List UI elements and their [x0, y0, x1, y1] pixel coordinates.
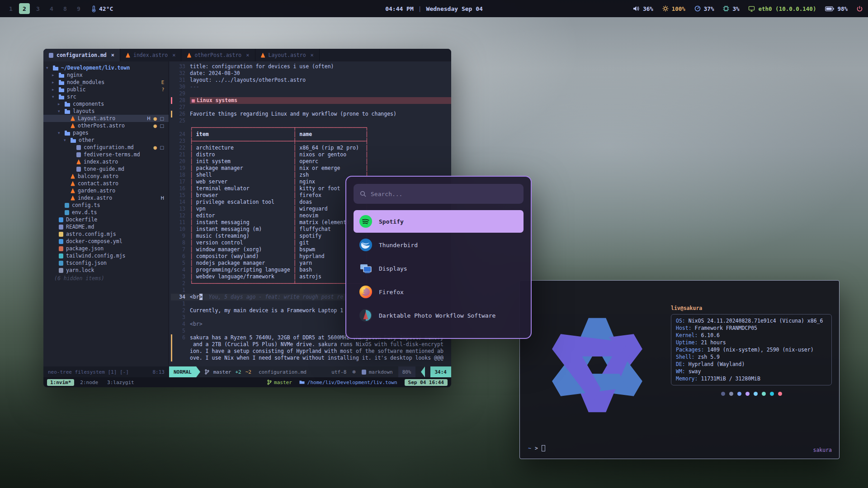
tree-item-node_modules[interactable]: ▸node_modulesE [43, 79, 169, 86]
buffer-line[interactable]: 25 [171, 117, 451, 124]
tab-close-icon[interactable]: × [111, 52, 114, 58]
tree-item-docker-compose.yml[interactable]: docker-compose.yml [43, 238, 169, 245]
network-icon [748, 6, 755, 12]
module-power[interactable] [857, 6, 863, 12]
tree-item-fediverse-terms.md[interactable]: fediverse-terms.md [43, 151, 169, 158]
folder-file-icon [59, 96, 64, 99]
yml-file-icon [59, 239, 63, 244]
tree-item-configuration.md[interactable]: configuration.md●□ [43, 144, 169, 151]
launcher-item-Displays[interactable]: Displays [354, 257, 524, 280]
tab-close-icon[interactable]: × [311, 52, 314, 58]
buffer-line[interactable]: 22│ architecture │ x86_64 (rip m2 pro) │ [171, 145, 451, 151]
buffer-line[interactable]: 32date: 2024-08-30 [171, 70, 451, 77]
tree-item-yarn.lock[interactable]: yarn.lock [43, 267, 169, 274]
buffer-line[interactable]: 24│ item │ name │ [171, 131, 451, 138]
module-network[interactable]: eth0 (10.0.0.140) [748, 5, 816, 12]
launcher-item-Thunderbird[interactable]: Thunderbird [354, 234, 524, 256]
buffer-line[interactable]: 30--- [171, 84, 451, 90]
workspace-button-2[interactable]: 2 [19, 3, 30, 14]
tree-item-pages[interactable]: ▾pages [43, 129, 169, 136]
tree-item-otherPost.astro[interactable]: otherPost.astro●□ [43, 122, 169, 129]
buffer-line[interactable]: 26Favorite things regarding Linux and my… [171, 111, 451, 117]
module-battery[interactable]: 98% [825, 5, 848, 12]
clock-date: Wednesday Sep 04 [426, 5, 483, 12]
tree-item-components[interactable]: ▸components [43, 100, 169, 108]
tab-index.astro[interactable]: index.astro× [120, 49, 181, 61]
workspace-button-3[interactable]: 3 [33, 3, 43, 14]
tab-otherPost.astro[interactable]: otherPost.astro× [181, 49, 255, 61]
launcher-item-Darktable Photo Workflow Software[interactable]: Darktable Photo Workflow Software [354, 304, 524, 327]
tmux-window-3:lazygit[interactable]: 3:lazygit [104, 379, 137, 386]
fastfetch-label: Memory: [676, 375, 698, 382]
launcher-search-input[interactable]: Search... [354, 184, 524, 204]
tree-marker: □ [160, 123, 164, 128]
tree-item-nginx[interactable]: ▸nginx [43, 71, 169, 79]
workspace-button-9[interactable]: 9 [73, 3, 84, 14]
shell-prompt[interactable]: ~ > [528, 445, 545, 451]
tree-item-README.md[interactable]: README.md [43, 223, 169, 230]
fastfetch-info-box: OS: NixOS 24.11.20240828.71e91c4 (Vicuna… [671, 314, 832, 385]
tmux-window-2:node[interactable]: 2:node [77, 379, 101, 386]
tree-item-src[interactable]: ▾src [43, 93, 169, 100]
line-number: 1 [174, 300, 190, 307]
tab-close-icon[interactable]: × [246, 52, 249, 58]
tree-item-tone-guide.md[interactable]: tone-guide.md [43, 165, 169, 173]
tree-item-astro.config.mjs[interactable]: astro.config.mjs [43, 230, 169, 238]
module-cpu[interactable]: 37% [694, 5, 714, 12]
tab-configuration.md[interactable]: configuration.md× [43, 49, 120, 61]
scroll-percent: 80% [398, 366, 415, 377]
tree-item-tsconfig.json[interactable]: tsconfig.json [43, 259, 169, 267]
git-blame-annotation: You, 5 days ago - feat: write rough post… [203, 294, 344, 300]
module-brightness[interactable]: 100% [662, 5, 685, 12]
tree-item-Dockerfile[interactable]: Dockerfile [43, 216, 169, 223]
workspace-button-8[interactable]: 8 [60, 3, 71, 14]
tree-item-layouts[interactable]: ▾layouts [43, 108, 169, 115]
tree-item-env.d.ts[interactable]: env.d.ts [43, 209, 169, 216]
buffer-line[interactable]: 23├────────────────────────────────┼────… [171, 138, 451, 145]
buffer-line[interactable]: 28▦Linux systems [171, 97, 451, 104]
workspace-button-1[interactable]: 1 [5, 3, 16, 14]
module-memory[interactable]: 3% [723, 5, 739, 12]
tree-item-package.json[interactable]: package.json [43, 245, 169, 252]
tree-item-garden.astro[interactable]: garden.astro [43, 187, 169, 194]
table-cell-item: item [193, 131, 293, 137]
tree-item-tailwind.config.mjs[interactable]: tailwind.config.mjs [43, 252, 169, 259]
tmux-window-1:nvim*[interactable]: 1:nvim* [47, 379, 74, 386]
buffer-line[interactable]: ove. I use Nix when I need software with… [171, 355, 451, 361]
buffer-line[interactable]: 19│ package manager │ nix or emerge │ [171, 165, 451, 172]
tree-item-Layout.astro[interactable]: Layout.astroH●□ [43, 115, 169, 122]
buffer-line[interactable]: ┌────────────────────────────────┬──────… [171, 124, 451, 131]
tree-item-label: astro.config.mjs [66, 231, 116, 237]
tree-item-index.astro[interactable]: index.astroH [43, 194, 169, 202]
tree-item-contact.astro[interactable]: contact.astro [43, 180, 169, 187]
launcher-item-Firefox[interactable]: Firefox [354, 281, 524, 303]
table-cell-name: x86_64 (rip m2 pro) [296, 145, 365, 151]
module-volume-value: 36% [643, 5, 653, 12]
line-number: 4 [174, 321, 190, 328]
buffer-line[interactable]: 29 [171, 90, 451, 97]
buffer-line[interactable]: 27 [171, 104, 451, 111]
buffer-line[interactable]: 21│ distro │ nixos or gentoo │ [171, 151, 451, 158]
buffer-line[interactable]: 33title: configuration for devices i use… [171, 63, 451, 70]
tree-item-config.ts[interactable]: config.ts [43, 202, 169, 209]
buffer-line[interactable]: 31layout: ../../layouts/otherPost.astro [171, 77, 451, 84]
gitsign-change [171, 341, 172, 348]
module-volume[interactable]: 36% [633, 5, 653, 12]
tree-item-balcony.astro[interactable]: balcony.astro [43, 173, 169, 180]
launcher-item-Spotify[interactable]: Spotify [354, 210, 524, 233]
tree-item-index.astro[interactable]: index.astro [43, 158, 169, 165]
table-row: │ package manager │ nix or emerge │ [190, 165, 451, 172]
table-cell-item: version control [193, 239, 293, 246]
module-brightness-value: 100% [672, 5, 685, 12]
buffer-line[interactable]: 20│ init system │ openrc │ [171, 158, 451, 165]
buffer-line[interactable]: ion. I have a setup consisting of Hyprla… [171, 348, 451, 355]
buffer-line[interactable]: and a 2TB (Crucial P5 Plus) NVMe drive. … [171, 341, 451, 348]
palette-dot-6 [770, 392, 774, 396]
tab-close-icon[interactable]: × [172, 52, 175, 58]
tree-item-other[interactable]: ▾other [43, 136, 169, 144]
tab-Layout.astro[interactable]: Layout.astro× [255, 49, 320, 61]
workspace-button-4[interactable]: 4 [46, 3, 57, 14]
tree-item-public[interactable]: ▸public? [43, 86, 169, 93]
tree-item-~/Development/liv.town[interactable]: ▾~/Development/liv.town [43, 64, 169, 71]
expander-icon: ▸ [52, 80, 56, 84]
